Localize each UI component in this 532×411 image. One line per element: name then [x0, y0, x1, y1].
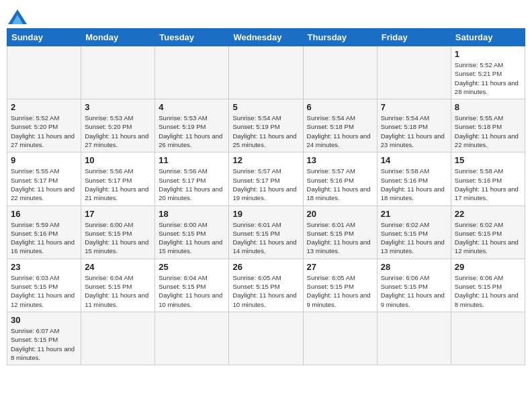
calendar-cell: [229, 46, 303, 99]
calendar-body: 1Sunrise: 5:52 AM Sunset: 5:21 PM Daylig…: [7, 46, 525, 365]
calendar-week-1: 1Sunrise: 5:52 AM Sunset: 5:21 PM Daylig…: [7, 46, 525, 99]
weekday-header-thursday: Thursday: [303, 29, 377, 46]
calendar-week-6: 30Sunrise: 6:07 AM Sunset: 5:15 PM Dayli…: [7, 312, 525, 365]
day-info: Sunrise: 6:06 AM Sunset: 5:15 PM Dayligh…: [455, 273, 521, 309]
calendar-cell: 26Sunrise: 6:05 AM Sunset: 5:15 PM Dayli…: [229, 259, 303, 312]
calendar-cell: 28Sunrise: 6:06 AM Sunset: 5:15 PM Dayli…: [377, 259, 451, 312]
weekday-header-tuesday: Tuesday: [155, 29, 229, 46]
calendar-cell: 22Sunrise: 6:02 AM Sunset: 5:15 PM Dayli…: [451, 205, 525, 259]
day-number: 23: [11, 262, 77, 272]
day-number: 6: [307, 102, 373, 112]
calendar-cell: [81, 46, 155, 99]
weekday-header-wednesday: Wednesday: [229, 29, 303, 46]
day-info: Sunrise: 6:07 AM Sunset: 5:15 PM Dayligh…: [11, 326, 77, 362]
day-info: Sunrise: 5:54 AM Sunset: 5:18 PM Dayligh…: [381, 113, 447, 149]
day-number: 1: [455, 49, 521, 59]
calendar-cell: [303, 46, 377, 99]
day-info: Sunrise: 6:01 AM Sunset: 5:15 PM Dayligh…: [232, 220, 299, 256]
page: SundayMondayTuesdayWednesdayThursdayFrid…: [0, 0, 532, 369]
day-number: 11: [159, 155, 225, 165]
day-info: Sunrise: 6:06 AM Sunset: 5:15 PM Dayligh…: [381, 273, 447, 309]
day-info: Sunrise: 5:53 AM Sunset: 5:19 PM Dayligh…: [159, 113, 225, 149]
calendar-cell: 16Sunrise: 5:59 AM Sunset: 5:16 PM Dayli…: [7, 205, 81, 259]
calendar-cell: 18Sunrise: 6:00 AM Sunset: 5:15 PM Dayli…: [155, 205, 229, 259]
day-info: Sunrise: 5:55 AM Sunset: 5:17 PM Dayligh…: [11, 167, 77, 202]
day-number: 4: [159, 102, 225, 112]
calendar-cell: 5Sunrise: 5:54 AM Sunset: 5:19 PM Daylig…: [229, 99, 303, 152]
calendar-cell: 27Sunrise: 6:05 AM Sunset: 5:15 PM Dayli…: [303, 259, 377, 312]
day-number: 17: [85, 209, 151, 219]
calendar-cell: [155, 46, 229, 99]
day-info: Sunrise: 5:59 AM Sunset: 5:16 PM Dayligh…: [11, 220, 77, 256]
calendar-week-2: 2Sunrise: 5:52 AM Sunset: 5:20 PM Daylig…: [7, 99, 525, 152]
day-info: Sunrise: 6:04 AM Sunset: 5:15 PM Dayligh…: [85, 273, 151, 309]
calendar-cell: 24Sunrise: 6:04 AM Sunset: 5:15 PM Dayli…: [81, 259, 155, 312]
day-number: 27: [307, 262, 373, 272]
day-info: Sunrise: 6:00 AM Sunset: 5:15 PM Dayligh…: [159, 220, 225, 256]
day-number: 15: [455, 155, 521, 165]
calendar-cell: [155, 312, 229, 365]
day-info: Sunrise: 5:52 AM Sunset: 5:21 PM Dayligh…: [455, 60, 521, 96]
weekday-header-friday: Friday: [377, 29, 451, 46]
calendar-week-5: 23Sunrise: 6:03 AM Sunset: 5:15 PM Dayli…: [7, 259, 525, 312]
calendar-cell: 2Sunrise: 5:52 AM Sunset: 5:20 PM Daylig…: [7, 99, 81, 152]
calendar-table: SundayMondayTuesdayWednesdayThursdayFrid…: [7, 28, 525, 365]
calendar-cell: 4Sunrise: 5:53 AM Sunset: 5:19 PM Daylig…: [155, 99, 229, 152]
day-number: 19: [232, 209, 299, 219]
calendar-cell: 30Sunrise: 6:07 AM Sunset: 5:15 PM Dayli…: [7, 312, 81, 365]
day-info: Sunrise: 6:01 AM Sunset: 5:15 PM Dayligh…: [307, 220, 373, 256]
day-number: 25: [159, 262, 225, 272]
calendar-cell: 13Sunrise: 5:57 AM Sunset: 5:16 PM Dayli…: [303, 152, 377, 205]
day-number: 10: [85, 155, 151, 165]
weekday-header-saturday: Saturday: [451, 29, 525, 46]
calendar-cell: [81, 312, 155, 365]
calendar-cell: [377, 312, 451, 365]
day-number: 12: [232, 155, 299, 165]
calendar-cell: 25Sunrise: 6:04 AM Sunset: 5:15 PM Dayli…: [155, 259, 229, 312]
calendar-cell: 19Sunrise: 6:01 AM Sunset: 5:15 PM Dayli…: [229, 205, 303, 259]
day-info: Sunrise: 5:53 AM Sunset: 5:20 PM Dayligh…: [85, 113, 151, 149]
calendar-cell: 7Sunrise: 5:54 AM Sunset: 5:18 PM Daylig…: [377, 99, 451, 152]
day-info: Sunrise: 5:54 AM Sunset: 5:18 PM Dayligh…: [307, 113, 373, 149]
calendar-cell: 15Sunrise: 5:58 AM Sunset: 5:16 PM Dayli…: [451, 152, 525, 205]
calendar-cell: 12Sunrise: 5:57 AM Sunset: 5:17 PM Dayli…: [229, 152, 303, 205]
day-number: 26: [232, 262, 299, 272]
day-info: Sunrise: 5:56 AM Sunset: 5:17 PM Dayligh…: [85, 167, 151, 202]
day-number: 8: [455, 102, 521, 112]
calendar-cell: [7, 46, 81, 99]
calendar-cell: 14Sunrise: 5:58 AM Sunset: 5:16 PM Dayli…: [377, 152, 451, 205]
calendar-cell: 20Sunrise: 6:01 AM Sunset: 5:15 PM Dayli…: [303, 205, 377, 259]
calendar-week-3: 9Sunrise: 5:55 AM Sunset: 5:17 PM Daylig…: [7, 152, 525, 205]
day-info: Sunrise: 6:05 AM Sunset: 5:15 PM Dayligh…: [307, 273, 373, 309]
day-info: Sunrise: 5:58 AM Sunset: 5:16 PM Dayligh…: [381, 167, 447, 202]
day-number: 16: [11, 209, 77, 219]
day-number: 2: [11, 102, 77, 112]
day-info: Sunrise: 5:57 AM Sunset: 5:17 PM Dayligh…: [232, 167, 299, 202]
calendar-cell: [377, 46, 451, 99]
calendar-cell: 3Sunrise: 5:53 AM Sunset: 5:20 PM Daylig…: [81, 99, 155, 152]
day-number: 24: [85, 262, 151, 272]
day-number: 14: [381, 155, 447, 165]
day-info: Sunrise: 6:00 AM Sunset: 5:15 PM Dayligh…: [85, 220, 151, 256]
day-number: 21: [381, 209, 447, 219]
weekday-header-sunday: Sunday: [7, 29, 81, 46]
weekday-header-row: SundayMondayTuesdayWednesdayThursdayFrid…: [7, 29, 525, 46]
day-number: 30: [11, 315, 77, 325]
calendar-cell: 9Sunrise: 5:55 AM Sunset: 5:17 PM Daylig…: [7, 152, 81, 205]
day-number: 5: [232, 102, 299, 112]
calendar-cell: [229, 312, 303, 365]
day-number: 13: [307, 155, 373, 165]
day-info: Sunrise: 5:55 AM Sunset: 5:18 PM Dayligh…: [455, 113, 521, 149]
day-info: Sunrise: 5:54 AM Sunset: 5:19 PM Dayligh…: [232, 113, 299, 149]
day-info: Sunrise: 5:58 AM Sunset: 5:16 PM Dayligh…: [455, 167, 521, 202]
day-info: Sunrise: 5:52 AM Sunset: 5:20 PM Dayligh…: [11, 113, 77, 149]
day-info: Sunrise: 6:03 AM Sunset: 5:15 PM Dayligh…: [11, 273, 77, 309]
calendar-cell: 11Sunrise: 5:56 AM Sunset: 5:17 PM Dayli…: [155, 152, 229, 205]
day-info: Sunrise: 6:02 AM Sunset: 5:15 PM Dayligh…: [381, 220, 447, 256]
day-info: Sunrise: 5:57 AM Sunset: 5:16 PM Dayligh…: [307, 167, 373, 202]
day-number: 29: [455, 262, 521, 272]
calendar-cell: 10Sunrise: 5:56 AM Sunset: 5:17 PM Dayli…: [81, 152, 155, 205]
calendar-week-4: 16Sunrise: 5:59 AM Sunset: 5:16 PM Dayli…: [7, 205, 525, 259]
logo-icon: [8, 9, 27, 24]
day-number: 20: [307, 209, 373, 219]
